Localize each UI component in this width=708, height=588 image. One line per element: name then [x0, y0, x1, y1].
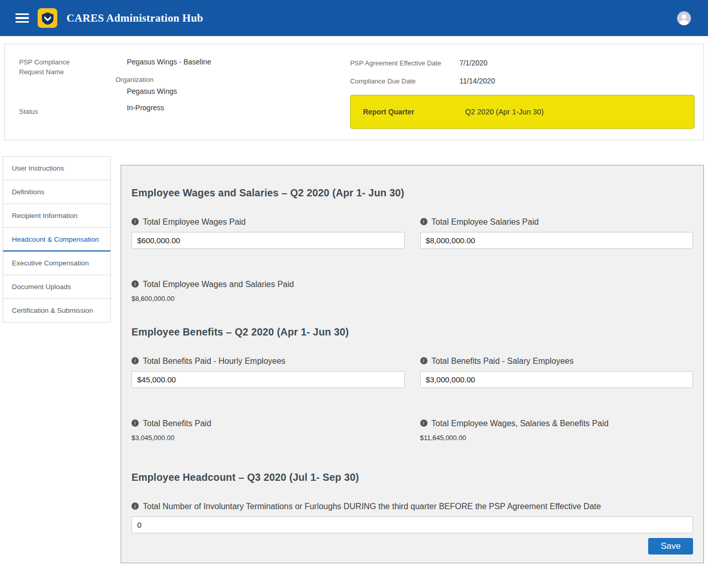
- benefits-input-row: Total Benefits Paid - Hourly Employees T…: [131, 356, 693, 388]
- terminations-field: Total Number of Involuntary Terminations…: [131, 501, 693, 533]
- info-icon[interactable]: [131, 419, 139, 427]
- report-quarter-label: Report Quarter: [363, 108, 465, 116]
- menu-icon[interactable]: [15, 13, 29, 23]
- benefits-section-title: Employee Benefits – Q2 2020 (Apr 1- Jun …: [131, 326, 693, 338]
- section-nav: User Instructions Definitions Recipient …: [3, 156, 111, 323]
- wages-paid-input[interactable]: [131, 232, 405, 249]
- user-avatar-icon[interactable]: [677, 11, 691, 25]
- terminations-label: Total Number of Involuntary Terminations…: [143, 501, 601, 512]
- status-label: Status: [19, 107, 116, 117]
- info-icon[interactable]: [131, 218, 139, 225]
- salaries-paid-field: Total Employee Salaries Paid: [420, 216, 694, 249]
- totals-row: Total Benefits Paid $3,045,000.00 Total …: [131, 418, 693, 442]
- benefits-salary-field: Total Benefits Paid - Salary Employees: [420, 356, 694, 388]
- organization-label: Organization: [116, 75, 350, 85]
- summary-left-column: PSP Compliance Request Name Status Pegas…: [19, 58, 350, 129]
- report-quarter-value: Q2 2020 (Apr 1-Jun 30): [465, 108, 694, 116]
- summary-right-column: PSP Agreement Effective Date 7/1/2020 Co…: [350, 58, 695, 129]
- info-icon[interactable]: [420, 218, 427, 225]
- sidebar-item-headcount-compensation[interactable]: Headcount & Compensation: [3, 228, 110, 251]
- effective-date-value: 7/1/2020: [459, 59, 695, 67]
- request-name-label: PSP Compliance Request Name: [19, 58, 96, 77]
- info-icon[interactable]: [131, 280, 139, 288]
- effective-date-label: PSP Agreement Effective Date: [350, 59, 459, 69]
- content-region: User Instructions Definitions Recipient …: [3, 156, 704, 563]
- sidebar-item-document-uploads[interactable]: Document Uploads: [3, 275, 110, 299]
- wages-salaries-total-field: Total Employee Wages and Salaries Paid $…: [131, 279, 693, 303]
- app-logo-icon: [38, 8, 57, 28]
- benefits-total-label: Total Benefits Paid: [143, 418, 211, 429]
- terminations-input[interactable]: [131, 516, 693, 533]
- benefits-total-field: Total Benefits Paid $3,045,000.00: [131, 418, 405, 442]
- sidebar-item-recipient-information[interactable]: Recipient Information: [3, 204, 110, 228]
- organization-value: Pegasus Wings: [116, 87, 350, 95]
- wages-section-title: Employee Wages and Salaries – Q2 2020 (A…: [131, 187, 693, 199]
- app-title: CARES Administration Hub: [67, 12, 203, 25]
- save-button[interactable]: Save: [648, 538, 693, 555]
- app-header: CARES Administration Hub: [0, 0, 708, 36]
- benefits-hourly-label: Total Benefits Paid - Hourly Employees: [143, 356, 286, 367]
- grand-total-field: Total Employee Wages, Salaries & Benefit…: [420, 418, 694, 442]
- grand-total-value: $11,645,000.00: [420, 434, 694, 442]
- benefits-hourly-field: Total Benefits Paid - Hourly Employees: [131, 356, 405, 388]
- wages-salaries-total-value: $8,600,000.00: [131, 295, 693, 303]
- headcount-section-title: Employee Headcount – Q3 2020 (Jul 1- Sep…: [131, 472, 693, 483]
- benefits-salary-label: Total Benefits Paid - Salary Employees: [432, 356, 574, 367]
- info-icon[interactable]: [131, 502, 139, 510]
- wages-paid-label: Total Employee Wages Paid: [143, 216, 246, 228]
- info-icon[interactable]: [420, 357, 427, 364]
- benefits-hourly-input[interactable]: [131, 371, 405, 388]
- due-date-value: 11/14/2020: [459, 77, 695, 85]
- sidebar-item-executive-compensation[interactable]: Executive Compensation: [3, 251, 110, 275]
- info-icon[interactable]: [131, 357, 139, 364]
- report-quarter-highlight: Report Quarter Q2 2020 (Apr 1-Jun 30): [350, 95, 695, 129]
- sidebar-item-user-instructions[interactable]: User Instructions: [3, 157, 110, 180]
- save-row: Save: [131, 538, 693, 555]
- status-value: In-Progress: [116, 104, 350, 112]
- grand-total-label: Total Employee Wages, Salaries & Benefit…: [432, 418, 609, 429]
- benefits-salary-input[interactable]: [420, 371, 694, 388]
- compliance-summary-card: PSP Compliance Request Name Status Pegas…: [4, 44, 704, 140]
- wages-salaries-total-label: Total Employee Wages and Salaries Paid: [143, 279, 294, 290]
- headcount-compensation-panel: Employee Wages and Salaries – Q2 2020 (A…: [121, 165, 704, 563]
- sidebar-item-certification-submission[interactable]: Certification & Submission: [3, 299, 110, 322]
- wages-input-row: Total Employee Wages Paid Total Employee…: [131, 216, 693, 249]
- salaries-paid-input[interactable]: [420, 232, 694, 249]
- due-date-label: Compliance Due Date: [350, 77, 459, 87]
- info-icon[interactable]: [420, 419, 427, 427]
- benefits-total-value: $3,045,000.00: [131, 434, 405, 442]
- salaries-paid-label: Total Employee Salaries Paid: [432, 216, 539, 228]
- sidebar-item-definitions[interactable]: Definitions: [3, 180, 110, 204]
- request-name-value: Pegasus Wings - Baseline: [116, 58, 350, 66]
- wages-paid-field: Total Employee Wages Paid: [131, 216, 405, 249]
